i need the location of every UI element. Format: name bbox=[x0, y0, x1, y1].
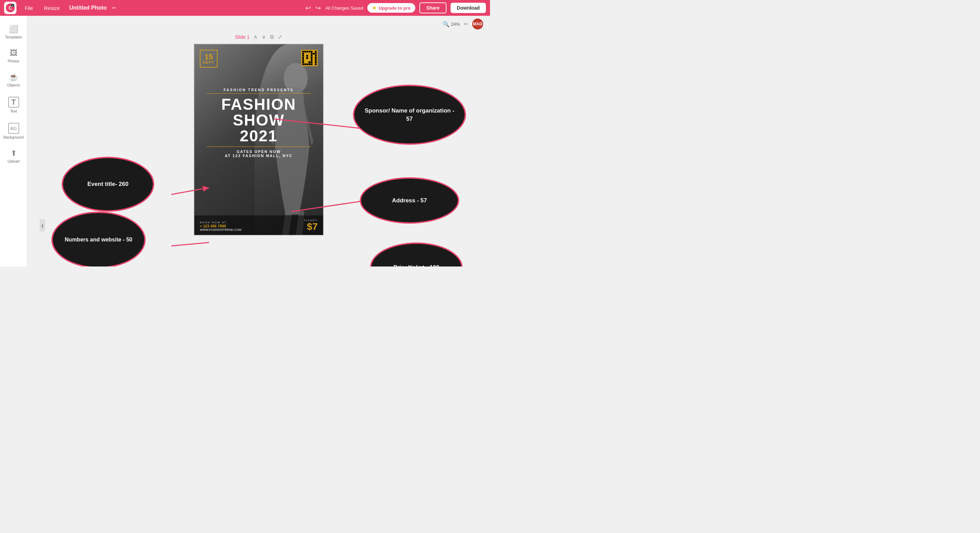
resize-menu[interactable]: Resize bbox=[41, 4, 62, 12]
sidebar-collapse-button[interactable]: ❮ bbox=[40, 219, 45, 231]
slide-down-button[interactable]: ∨ bbox=[262, 34, 266, 40]
templates-icon: ⬜ bbox=[9, 25, 18, 34]
poster-text-section: Fashion Trend Presents FASHION SHOW 2021… bbox=[200, 88, 318, 158]
poster-book-info: BOOK NOW AT + 123 456 7890 WWW.FASHIONTR… bbox=[200, 221, 242, 231]
annotation-event-title: Event title- 260 bbox=[62, 157, 154, 212]
poster-ticket-price: $7 bbox=[304, 222, 318, 231]
background-icon: BG bbox=[8, 123, 19, 134]
zoom-level: 24% bbox=[451, 22, 460, 27]
sidebar-label-text: Text bbox=[10, 109, 17, 113]
slide-copy-button[interactable]: ⧉ bbox=[270, 34, 274, 40]
doc-title: Untitled Photo bbox=[69, 5, 107, 11]
poster-ticket-info: TICKET $7 bbox=[304, 219, 318, 231]
text-icon: T bbox=[8, 97, 19, 108]
pen-icon: ✏ bbox=[464, 21, 468, 27]
sidebar: ⬜ Templates 🖼 Photos ☕ Objects T Text BG… bbox=[0, 16, 27, 266]
poster-divider-2 bbox=[207, 147, 311, 147]
poster-bottom-bar: BOOK NOW AT + 123 456 7890 WWW.FASHIONTR… bbox=[194, 215, 323, 235]
sidebar-item-templates[interactable]: ⬜ Templates bbox=[2, 21, 26, 43]
sidebar-label-background: Background bbox=[3, 135, 24, 139]
zoom-icon: 🔍 bbox=[443, 21, 450, 27]
annotation-numbers-website: Numbers and website - 50 bbox=[51, 212, 146, 266]
poster-venue-main: GATES OPEN NOW bbox=[200, 150, 318, 154]
undo-button[interactable]: ↩ bbox=[305, 4, 311, 12]
star-icon: ★ bbox=[372, 5, 377, 11]
sidebar-label-upload: Upload bbox=[8, 159, 19, 163]
edit-title-icon[interactable]: ✏ bbox=[112, 5, 116, 11]
slide-label-bar: Slide 1 ∧ ∨ ⧉ ⤢ bbox=[235, 34, 283, 40]
sidebar-label-templates: Templates bbox=[5, 35, 22, 39]
sidebar-item-text[interactable]: T Text bbox=[2, 93, 26, 116]
sidebar-item-upload[interactable]: ⬆ Upload bbox=[2, 145, 26, 167]
poster-website: WWW.FASHIONTREND.COM bbox=[200, 228, 242, 231]
main-layout: ⬜ Templates 🖼 Photos ☕ Objects T Text BG… bbox=[0, 16, 490, 266]
poster-subtitle: Fashion Trend Presents bbox=[200, 88, 318, 92]
photos-icon: 🖼 bbox=[10, 49, 18, 57]
sidebar-label-objects: Objects bbox=[7, 83, 20, 87]
download-button[interactable]: Download bbox=[450, 3, 486, 13]
app-logo: C # bbox=[4, 2, 16, 14]
sidebar-label-photos: Photos bbox=[8, 59, 19, 63]
poster-content: 15 SEPT bbox=[194, 44, 323, 235]
annotation-price-ticket: Price/ticket - 180 bbox=[370, 243, 463, 266]
slide-up-button[interactable]: ∧ bbox=[254, 34, 258, 40]
svg-text:#: # bbox=[12, 5, 14, 8]
save-status: All Changes Saved bbox=[325, 5, 363, 11]
slide-expand-button[interactable]: ⤢ bbox=[278, 34, 282, 40]
slide-area: Slide 1 ∧ ∨ ⧉ ⤢ ❮ bbox=[27, 32, 490, 266]
annotation-address: Address - 57 bbox=[360, 177, 459, 223]
file-menu[interactable]: File bbox=[22, 4, 36, 12]
objects-icon: ☕ bbox=[9, 73, 18, 81]
user-avatar: MAD bbox=[472, 19, 483, 29]
sidebar-item-background[interactable]: BG Background bbox=[2, 120, 26, 143]
sidebar-item-photos[interactable]: 🖼 Photos bbox=[2, 45, 26, 67]
poster-title-year: 2021 bbox=[200, 128, 318, 144]
upgrade-button[interactable]: ★ Upgrade to pro bbox=[368, 3, 415, 13]
poster-title-line1: FASHION bbox=[200, 96, 318, 112]
share-button[interactable]: Share bbox=[419, 2, 447, 13]
topbar-actions: ↩ ↪ All Changes Saved ★ Upgrade to pro S… bbox=[305, 2, 486, 13]
redo-button[interactable]: ↪ bbox=[315, 4, 321, 12]
poster-date-box: 15 SEPT bbox=[200, 50, 218, 67]
sidebar-item-objects[interactable]: ☕ Objects bbox=[2, 69, 26, 91]
poster: 15 SEPT bbox=[194, 43, 324, 236]
poster-title-line2: SHOW bbox=[200, 112, 318, 128]
slide-label: Slide 1 bbox=[235, 34, 250, 40]
poster-divider-1 bbox=[207, 93, 311, 94]
svg-line-8 bbox=[171, 243, 209, 246]
poster-date-number: 15 bbox=[205, 53, 213, 61]
poster-phone: + 123 456 7890 bbox=[200, 224, 242, 228]
zoom-info: 🔍 24% bbox=[443, 21, 460, 27]
canvas-area: 🔍 24% ✏ MAD Slide 1 ∧ ∨ ⧉ ⤢ ❮ bbox=[27, 16, 490, 266]
poster-qr-code bbox=[301, 50, 318, 66]
poster-top-row: 15 SEPT bbox=[200, 50, 318, 67]
poster-date-month: SEPT bbox=[203, 61, 215, 64]
poster-venue-sub: AT 123 FASHION MALL, NYC bbox=[200, 154, 318, 158]
canvas-topbar: 🔍 24% ✏ MAD bbox=[27, 16, 490, 32]
topbar: C # File Resize Untitled Photo ✏ ↩ ↪ All… bbox=[0, 0, 490, 16]
poster-container: 15 SEPT bbox=[194, 43, 324, 236]
upload-icon: ⬆ bbox=[11, 149, 17, 158]
canvas-wrapper: ❮ bbox=[41, 43, 476, 266]
annotation-sponsor: Sponsor/ Name of organization - 57 bbox=[353, 85, 466, 145]
poster-book-label: BOOK NOW AT bbox=[200, 221, 242, 224]
